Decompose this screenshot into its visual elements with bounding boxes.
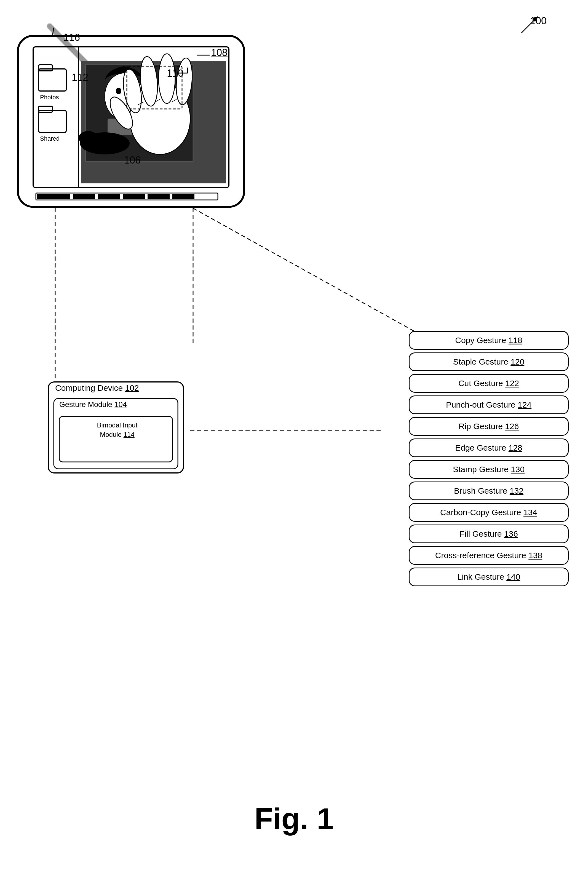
- svg-rect-19: [39, 65, 52, 71]
- computing-device-label: Computing Device 102: [55, 383, 139, 393]
- ref-112: 112: [72, 72, 88, 83]
- figure-label: Fig. 1: [254, 801, 333, 836]
- svg-point-35: [120, 68, 144, 114]
- svg-rect-22: [39, 106, 52, 112]
- gesture-item-edge: Edge Gesture 128: [409, 439, 569, 457]
- gesture-item-carbon: Carbon-Copy Gesture 134: [409, 503, 569, 522]
- svg-rect-18: [39, 69, 66, 91]
- gesture-item-copy: Copy Gesture 118: [409, 331, 569, 350]
- svg-rect-29: [108, 118, 141, 135]
- ref-106: 106: [124, 154, 141, 166]
- svg-rect-9: [36, 193, 218, 200]
- svg-rect-10: [37, 194, 70, 199]
- svg-text:Photos: Photos: [40, 94, 59, 100]
- gesture-item-punchout: Punch-out Gesture 124: [409, 396, 569, 414]
- svg-rect-21: [39, 110, 66, 132]
- gesture-list: Copy Gesture 118 Staple Gesture 120 Cut …: [409, 331, 569, 586]
- svg-point-36: [138, 56, 159, 107]
- ref-100: 100: [530, 15, 547, 27]
- svg-point-34: [130, 83, 190, 154]
- svg-point-32: [149, 118, 182, 146]
- gesture-item-stamp: Stamp Gesture 130: [409, 460, 569, 479]
- gesture-item-link: Link Gesture 140: [409, 568, 569, 586]
- svg-point-30: [80, 132, 130, 154]
- gesture-module-label: Gesture Module 104: [59, 400, 127, 409]
- gesture-item-staple: Staple Gesture 120: [409, 352, 569, 371]
- svg-rect-12: [98, 194, 120, 199]
- svg-rect-24: [81, 61, 226, 183]
- svg-line-49: [193, 208, 414, 331]
- svg-line-41: [155, 99, 160, 102]
- svg-point-38: [175, 57, 194, 105]
- gesture-item-rip: Rip Gesture 126: [409, 417, 569, 436]
- gesture-item-fill: Fill Gesture 136: [409, 524, 569, 543]
- svg-point-27: [116, 88, 122, 94]
- svg-rect-8: [33, 47, 229, 187]
- svg-rect-7: [18, 36, 244, 207]
- svg-point-39: [106, 94, 137, 133]
- svg-rect-25: [86, 65, 193, 161]
- svg-point-31: [79, 131, 98, 145]
- svg-line-4: [156, 134, 163, 141]
- svg-line-40: [138, 102, 143, 105]
- svg-text:Shared: Shared: [40, 135, 60, 142]
- svg-rect-15: [172, 194, 194, 199]
- svg-rect-13: [123, 194, 145, 199]
- gesture-item-cut: Cut Gesture 122: [409, 374, 569, 393]
- svg-point-26: [105, 73, 143, 120]
- svg-point-28: [127, 88, 132, 94]
- ref-116: 116: [63, 32, 80, 43]
- ref-108: 108: [211, 47, 228, 58]
- diagram: Photos Shared: [0, 0, 588, 872]
- svg-line-42: [171, 99, 177, 102]
- svg-line-6: [52, 28, 54, 36]
- ref-110: 110: [167, 67, 183, 79]
- gesture-item-brush: Brush Gesture 132: [409, 481, 569, 500]
- gesture-item-crossref: Cross-reference Gesture 138: [409, 546, 569, 565]
- bimodal-input-label: Bimodal InputModule 114: [97, 421, 138, 438]
- svg-rect-14: [147, 194, 170, 199]
- svg-point-33: [164, 113, 178, 130]
- svg-rect-11: [73, 194, 95, 199]
